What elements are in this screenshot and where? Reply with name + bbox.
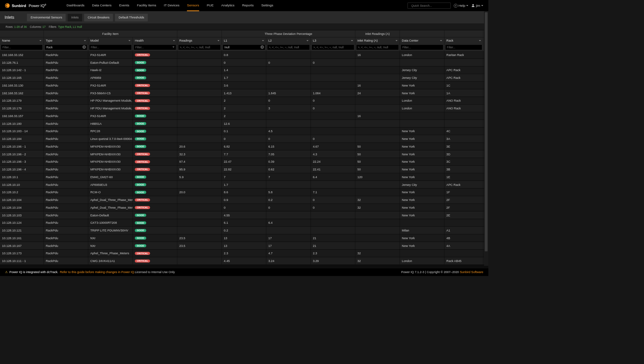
table-row[interactable]: 192.168.33.130RackPduPX2-5146RCRITICAL3.… xyxy=(0,82,488,89)
table-row[interactable]: 10.128.10.179RackPduHP PDU Management Mo… xyxy=(0,105,488,112)
table-row[interactable]: 192.168.33.152RackPduPX2-5146RCRITICAL0.… xyxy=(0,51,488,59)
col-rack[interactable]: Rack xyxy=(444,37,483,44)
table-row[interactable]: 10.128.10.196 - 1RackPduMPXPEM-NHBXXV30G… xyxy=(0,143,488,150)
table-row[interactable]: 10.128.10.124RackPduGXT3-10000RT208GOOD6… xyxy=(0,219,488,227)
col-inlet-rating-a-[interactable]: Inlet Rating (A) xyxy=(355,37,400,44)
table-row[interactable]: 192.168.33.157RackPduPX2-5146RGOOD216 xyxy=(0,112,488,120)
filter-l1[interactable] xyxy=(223,45,265,50)
filter-l3[interactable] xyxy=(312,45,354,50)
table-row[interactable]: 10.128.10.2RackPduRCM-OGOOD20.08.65.87.1… xyxy=(0,189,488,196)
tab-circuit-breakers[interactable]: Circuit Breakers xyxy=(84,14,113,21)
filter-name[interactable] xyxy=(1,45,43,50)
table-row[interactable]: 10.128.10.10RackPduAP8959EU3GOOD1.7Jerse… xyxy=(0,181,488,189)
cell-name[interactable]: 10.128.10.196 - 2 xyxy=(0,150,44,158)
filter-model[interactable] xyxy=(89,45,131,50)
table-row[interactable]: 10.128.10.180RackPduH8B51AGOOD12.6 xyxy=(0,120,488,127)
filter-rack[interactable] xyxy=(445,45,482,50)
col-data-center[interactable]: Data Center xyxy=(400,37,444,44)
nav-data-centers[interactable]: Data Centers xyxy=(92,0,111,11)
nav-settings[interactable]: Settings xyxy=(261,0,273,11)
table-row[interactable]: 10.128.10.165RackPduAP8959GOOD1.7Jersey … xyxy=(0,74,488,82)
cell-name[interactable]: 10.128.10.2 xyxy=(0,189,44,196)
nav-analytics[interactable]: Analytics xyxy=(221,0,234,11)
col-l1[interactable]: L1 xyxy=(222,37,266,44)
quick-search[interactable] xyxy=(408,3,451,9)
cell-name[interactable]: 10.128.10.179 xyxy=(0,105,44,112)
tab-inlets[interactable]: Inlets xyxy=(68,14,82,21)
cell-name[interactable]: 10.128.10.196 - 4 xyxy=(0,166,44,173)
col-l3[interactable]: L3 xyxy=(311,37,356,44)
filter-health[interactable] xyxy=(133,45,176,50)
scrollbar-thumb[interactable] xyxy=(485,12,487,251)
nav-facility-items[interactable]: Facility Items xyxy=(137,0,156,11)
cell-name[interactable]: 10.128.10.184 xyxy=(0,135,44,143)
company-link[interactable]: Sunbird Software xyxy=(460,270,483,274)
clear-icon[interactable]: ✕ xyxy=(83,45,86,49)
cell-name[interactable]: 10.128.10.103 xyxy=(0,211,44,219)
filter-readings[interactable] xyxy=(178,45,221,50)
nav-events[interactable]: Events xyxy=(119,0,129,11)
cell-name[interactable]: 10.128.10.167 xyxy=(0,242,44,249)
footer-guide-link[interactable]: Refer to this guide before making change… xyxy=(60,270,135,274)
table-row[interactable]: 10.128.10.184RackPduLinux quetzal 3.7.0-… xyxy=(0,135,488,143)
table-row[interactable]: 10.128.10.1RackPduEM40_GM27-60GOOD5.9776… xyxy=(0,173,488,181)
clear-icon[interactable]: ✕ xyxy=(260,45,264,49)
col-l2[interactable]: L2 xyxy=(266,37,311,44)
cell-name[interactable]: 192.168.33.152 xyxy=(0,51,44,58)
cell-name[interactable]: 10.128.10.121 xyxy=(0,227,44,234)
cell-name[interactable]: 10.128.10.180 xyxy=(0,120,44,127)
table-row[interactable]: 10.128.10.103RackPduEaton-DefaultGOOD4.5… xyxy=(0,211,488,219)
search-input[interactable] xyxy=(411,4,450,7)
cell-name[interactable]: 10.128.76.1 xyxy=(0,59,44,66)
table-row[interactable]: 10.128.10.161RackPduNXrGOOD23.5131721New… xyxy=(0,234,488,242)
col-readings[interactable]: Readings xyxy=(177,37,222,44)
table-row[interactable]: 10.128.76.1RackPduEaton-Pulluzi-DefaultG… xyxy=(0,59,488,66)
filter-dc[interactable] xyxy=(400,45,443,50)
table-row[interactable]: 10.128.10.183 - 14RackPduRPC28GOOD0.14.5… xyxy=(0,127,488,135)
table-row[interactable]: 10.128.10.104RackPduAphel_Dual_Three_Pha… xyxy=(0,204,488,211)
nav-dashboards[interactable]: Dashboards xyxy=(67,0,85,11)
table-row[interactable]: 10.128.10.142 - 1RackPduHawk-I2GOOD1.4Je… xyxy=(0,66,488,74)
cell-name[interactable]: 10.128.10.179 xyxy=(0,97,44,104)
cell-name[interactable]: 192.168.33.157 xyxy=(0,112,44,119)
cell-name[interactable]: 192.168.33.162 xyxy=(0,89,44,97)
help-menu[interactable]: ? Help xyxy=(454,4,469,7)
filter-type[interactable] xyxy=(45,45,87,50)
cell-name[interactable]: 10.128.10.165 xyxy=(0,74,44,82)
cell-name[interactable]: 10.128.10.196 - 1 xyxy=(0,143,44,150)
table-row[interactable]: 10.128.10.167RackPduNXrGOOD23.5131721New… xyxy=(0,242,488,250)
cell-name[interactable]: 10.128.10.124 xyxy=(0,219,44,226)
table-row[interactable]: 10.128.10.179RackPduHP PDU Management Mo… xyxy=(0,97,488,105)
nav-it-devices[interactable]: IT Devices xyxy=(164,0,179,11)
cell-name[interactable]: 10.128.10.196 - 3 xyxy=(0,158,44,165)
cell-name[interactable]: 10.128.10.104 xyxy=(0,204,44,211)
col-type[interactable]: Type xyxy=(44,37,88,44)
col-health[interactable]: Health xyxy=(133,37,177,44)
filter-rating[interactable] xyxy=(356,45,399,50)
cell-name[interactable]: 10.128.10.104 xyxy=(0,196,44,204)
cell-name[interactable]: 10.128.10.111 - 1 xyxy=(0,257,44,265)
table-row[interactable]: 10.128.10.196 - 3RackPduMPXPEM-NHBXXV30C… xyxy=(0,158,488,166)
user-menu[interactable]: jim xyxy=(471,4,483,7)
table-row[interactable]: 10.128.10.104RackPduAphel_Dual_Three_Pha… xyxy=(0,196,488,204)
table-row[interactable]: 10.128.10.173RackPduAphel_Three_Phase_Me… xyxy=(0,250,488,257)
tab-default-thresholds[interactable]: Default Thresholds xyxy=(115,14,148,21)
cell-name[interactable]: 10.128.10.142 - 1 xyxy=(0,66,44,74)
nav-reports[interactable]: Reports xyxy=(242,0,254,11)
cell-name[interactable]: 10.128.10.173 xyxy=(0,250,44,257)
cell-name[interactable]: 192.168.33.130 xyxy=(0,82,44,89)
table-row[interactable]: 10.128.10.121RackPduTRIPP LITE PDUMNV30H… xyxy=(0,227,488,235)
tab-environmental-sensors[interactable]: Environmental Sensors xyxy=(27,14,66,21)
table-row[interactable]: 10.128.10.196 - 4RackPduMPXPEM-NHBXXV30C… xyxy=(0,166,488,173)
cell-name[interactable]: 10.128.10.10 xyxy=(0,181,44,188)
cell-name[interactable]: 10.128.10.1 xyxy=(0,173,44,180)
table-row[interactable]: 10.128.10.111 - 1RackPduCWG 24VK411A1CRI… xyxy=(0,257,488,265)
col-model[interactable]: Model xyxy=(88,37,133,44)
filter-l2[interactable] xyxy=(267,45,310,50)
nav-sensors[interactable]: Sensors xyxy=(187,0,199,11)
table-row[interactable]: 192.168.33.162RackPduPX3-5664V-C5CRITICA… xyxy=(0,89,488,97)
table-row[interactable]: 10.128.10.196 - 2RackPduMPXPEM-NHBXXV30C… xyxy=(0,150,488,158)
vertical-scrollbar[interactable] xyxy=(484,11,488,266)
cell-name[interactable]: 10.128.10.183 - 14 xyxy=(0,127,44,135)
nav-pue[interactable]: PUE xyxy=(207,0,214,11)
